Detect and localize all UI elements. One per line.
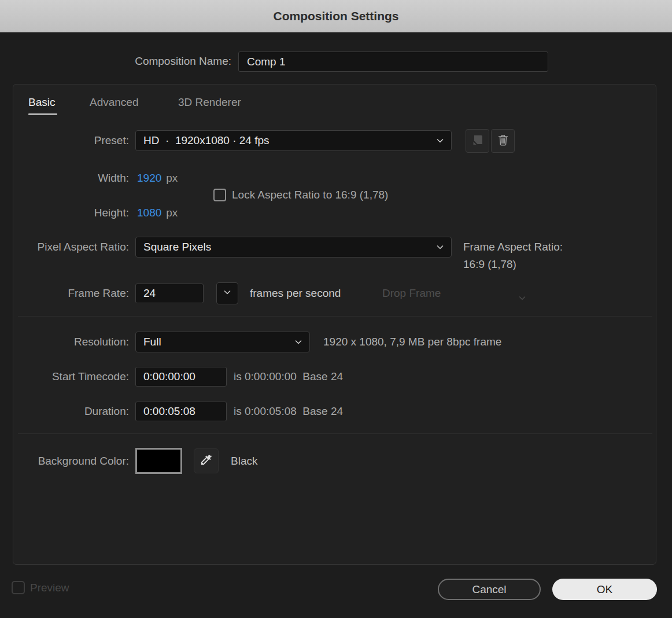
preset-value: HD · 1920x1080 · 24 fps <box>143 134 269 147</box>
save-preset-button[interactable] <box>466 129 489 153</box>
height-value-row: 1080px <box>137 204 178 222</box>
preview-checkbox[interactable] <box>12 581 25 594</box>
pixel-aspect-ratio-value: Square Pixels <box>143 241 211 253</box>
height-unit: px <box>166 207 178 219</box>
height-value[interactable]: 1080 <box>137 207 161 219</box>
lock-aspect-checkbox[interactable] <box>213 189 226 201</box>
chevron-down-icon <box>435 136 445 145</box>
frame-aspect-ratio: Frame Aspect Ratio: 16:9 (1,78) <box>463 238 563 273</box>
duration-input[interactable] <box>135 402 227 421</box>
dialog-title-bar: Composition Settings <box>0 0 672 32</box>
background-color-name: Black <box>231 448 257 474</box>
frame-aspect-ratio-label: Frame Aspect Ratio: <box>463 238 563 256</box>
preset-label: Preset: <box>13 130 129 151</box>
eyedropper-icon <box>200 453 213 469</box>
duration-label: Duration: <box>13 402 129 421</box>
start-timecode-info: is 0:00:00:00 Base 24 <box>234 367 343 387</box>
frame-aspect-ratio-value: 16:9 (1,78) <box>463 256 563 273</box>
composition-name-label: Composition Name: <box>35 52 231 71</box>
resolution-label: Resolution: <box>13 332 129 352</box>
duration-info: is 0:00:05:08 Base 24 <box>234 402 343 421</box>
height-label: Height: <box>13 204 129 222</box>
ok-button[interactable]: OK <box>552 579 657 600</box>
preset-dropdown[interactable]: HD · 1920x1080 · 24 fps <box>135 130 452 151</box>
pixel-aspect-ratio-dropdown[interactable]: Square Pixels <box>135 237 452 258</box>
frame-rate-dropdown-button[interactable] <box>216 282 238 304</box>
frame-rate-input[interactable] <box>135 284 204 303</box>
section-divider <box>18 316 652 317</box>
background-color-swatch[interactable] <box>135 448 182 474</box>
width-value-row: 1920px <box>137 169 178 187</box>
resolution-info: 1920 x 1080, 7,9 MB per 8bpc frame <box>323 332 501 352</box>
tab-basic[interactable]: Basic <box>28 95 55 110</box>
width-value[interactable]: 1920 <box>137 172 161 184</box>
width-unit: px <box>166 172 178 184</box>
drop-frame-dropdown: Drop Frame <box>382 283 527 304</box>
dialog-title: Composition Settings <box>274 9 399 23</box>
active-tab-underline <box>28 113 57 115</box>
eyedropper-button[interactable] <box>194 448 219 473</box>
composition-name-input[interactable] <box>238 52 548 72</box>
chevron-down-icon <box>294 337 303 347</box>
chevron-down-icon <box>518 289 527 310</box>
preview-label: Preview <box>30 580 69 596</box>
chevron-down-icon <box>223 288 232 299</box>
lock-aspect-label: Lock Aspect Ratio to 16:9 (1,78) <box>232 187 388 203</box>
start-timecode-input[interactable] <box>135 367 227 387</box>
tab-advanced[interactable]: Advanced <box>90 95 139 110</box>
tab-3d-renderer[interactable]: 3D Renderer <box>178 95 241 110</box>
cancel-button[interactable]: Cancel <box>438 579 541 600</box>
pixel-aspect-ratio-label: Pixel Aspect Ratio: <box>13 237 129 258</box>
drop-frame-value: Drop Frame <box>382 287 441 299</box>
background-color-label: Background Color: <box>13 448 129 474</box>
start-timecode-label: Start Timecode: <box>13 367 129 387</box>
chevron-down-icon <box>435 242 445 252</box>
delete-preset-button[interactable] <box>491 129 515 153</box>
settings-panel: Basic Advanced 3D Renderer Preset: HD · … <box>13 84 656 565</box>
save-preset-icon <box>471 133 485 149</box>
resolution-value: Full <box>143 336 161 348</box>
section-divider <box>18 433 652 434</box>
width-label: Width: <box>13 169 129 187</box>
trash-icon <box>496 133 510 149</box>
resolution-dropdown[interactable]: Full <box>135 332 310 352</box>
composition-settings-dialog: Composition Settings Composition Name: B… <box>0 0 672 618</box>
frames-per-second-label: frames per second <box>250 283 341 304</box>
frame-rate-label: Frame Rate: <box>13 283 129 304</box>
